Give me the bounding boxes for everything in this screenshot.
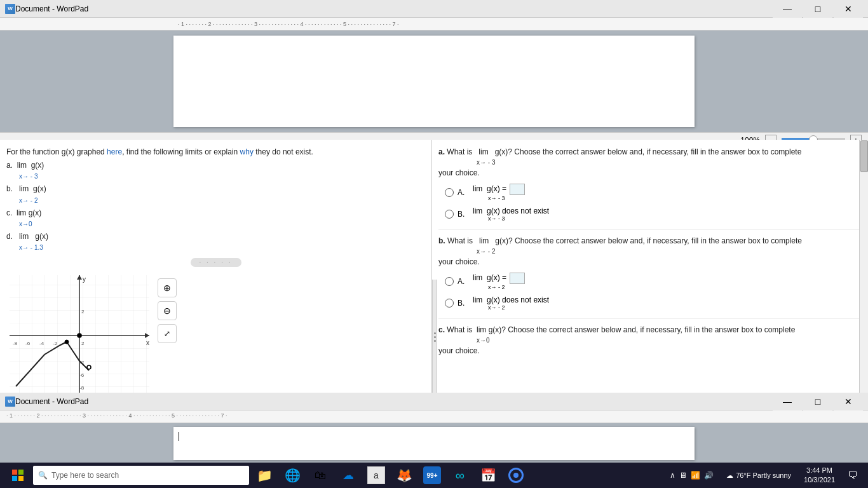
svg-text:-6: -6: [25, 341, 31, 346]
svg-text:-2: -2: [53, 341, 58, 346]
window-controls-top: — □ ✕: [773, 0, 863, 18]
left-panel: For the function g(x) graphed here, find…: [0, 140, 432, 394]
taskbar-app-a[interactable]: a: [363, 463, 389, 488]
close-button-bottom[interactable]: ✕: [834, 393, 863, 410]
network-icon[interactable]: 🖥: [679, 471, 687, 480]
taskbar-edge[interactable]: 🌐: [280, 463, 305, 488]
start-icon-green: [18, 470, 24, 475]
weather-text: 76°F Partly sunny: [736, 471, 791, 479]
search-bar[interactable]: 🔍 Type here to search: [33, 466, 249, 485]
option-a1[interactable]: A. lim g(x) = x→ - 3: [445, 184, 862, 201]
question-c-header: c. What is lim g(x)? Choose the correct …: [438, 324, 862, 356]
wordpad-top-window: W Document - WordPad — □ ✕ · 1 · · · · ·…: [0, 0, 868, 140]
window-title-top: Document - WordPad: [15, 4, 773, 13]
horizontal-drag-handle[interactable]: · · · · ·: [191, 258, 241, 267]
svg-text:2: 2: [81, 309, 85, 315]
part-d-label: d. lim g(x): [6, 232, 48, 241]
radio-a2[interactable]: [445, 210, 454, 219]
svg-text:2: 2: [81, 341, 85, 346]
taskbar-onedrive[interactable]: ☁: [336, 463, 361, 488]
question-b-text: b. What is lim g(x)? Choose the correct …: [438, 236, 802, 245]
minimize-button-top[interactable]: —: [773, 0, 802, 18]
option-a2[interactable]: B. lim g(x) does not exist x→ - 3: [445, 207, 862, 222]
taskbar-infinity[interactable]: ∞: [447, 463, 473, 488]
badge-text: 99+: [427, 472, 438, 479]
taskbar-store[interactable]: 🛍: [308, 463, 333, 488]
question-a-followup: your choice.: [438, 167, 862, 179]
search-icon: 🔍: [38, 471, 48, 480]
window-controls-bottom: — □ ✕: [773, 393, 863, 410]
part-b-sub: x→ - 2: [19, 196, 425, 206]
close-button-top[interactable]: ✕: [834, 0, 863, 18]
part-c-sub: x→0: [19, 219, 425, 229]
maximize-button-top[interactable]: □: [803, 0, 832, 18]
doc-page-top[interactable]: [173, 36, 695, 127]
option-a1-math: lim g(x) = x→ - 3: [473, 184, 525, 201]
calendar-icon: 📅: [480, 468, 496, 483]
doc-area-bottom: [0, 423, 868, 464]
onedrive-icon: ☁: [342, 468, 354, 482]
question-b-header: b. What is lim g(x)? Choose the correct …: [438, 235, 862, 268]
weather-display[interactable]: ☁ 76°F Partly sunny: [721, 471, 796, 480]
doc-area-top: [0, 30, 868, 132]
doc-page-bottom[interactable]: [173, 427, 695, 460]
zoom-in-graph-button[interactable]: ⊕: [158, 278, 177, 297]
graph-container: y x -8 -6 -4 -2 2 2 -2 -6 -8: [6, 272, 425, 394]
graph-wrapper: y x -8 -6 -4 -2 2 2 -2 -6 -8: [6, 272, 153, 394]
system-icons: ∧ 🖥 📶 🔊: [665, 471, 719, 480]
part-a: a. lim g(x) x→ - 3: [6, 159, 425, 182]
svg-text:-8: -8: [79, 385, 85, 391]
taskbar-file-explorer[interactable]: 📁: [252, 463, 277, 488]
svg-point-17: [78, 334, 81, 337]
part-c-label: c. lim g(x): [6, 208, 41, 217]
option-b2-label: B.: [458, 299, 469, 308]
svg-text:-6: -6: [79, 372, 85, 378]
part-b: b. lim g(x) x→ - 2: [6, 183, 425, 205]
zoom-out-graph-button[interactable]: ⊖: [158, 301, 177, 320]
answer-box-b1[interactable]: [510, 273, 525, 284]
chevron-up-icon[interactable]: ∧: [670, 471, 675, 480]
option-b2[interactable]: B. lim g(x) does not exist x→ - 2: [445, 295, 862, 311]
question-b-followup: your choice.: [438, 256, 862, 268]
weather-icon: ☁: [726, 471, 733, 480]
radio-a1[interactable]: [445, 188, 454, 197]
radio-b2[interactable]: [445, 299, 454, 308]
right-scrollbar[interactable]: [859, 140, 868, 394]
part-a-sub: x→ - 3: [19, 172, 425, 182]
store-icon: 🛍: [315, 469, 326, 482]
taskbar-calendar[interactable]: 📅: [475, 463, 501, 488]
problem-intro: For the function g(x) graphed here, find…: [6, 146, 425, 253]
question-c-followup: your choice.: [438, 345, 862, 356]
notification-button[interactable]: 🗨: [843, 463, 863, 488]
part-d-sub: x→ - 1.3: [19, 243, 425, 253]
notification-icon: 🗨: [848, 470, 858, 481]
taskbar-firefox[interactable]: 🦊: [391, 463, 417, 488]
start-button[interactable]: [5, 463, 31, 488]
scrollbar-thumb[interactable]: [860, 140, 868, 172]
part-d: d. lim g(x) x→ - 1.3: [6, 231, 425, 253]
option-b1[interactable]: A. lim g(x) = x→ - 2: [445, 273, 862, 290]
app-a-icon: a: [367, 466, 385, 484]
answer-box-a1[interactable]: [510, 184, 525, 195]
question-a-sub: x→ - 3: [477, 158, 862, 167]
firefox-icon: 🦊: [397, 468, 412, 483]
radio-b1[interactable]: [445, 277, 454, 286]
wifi-icon[interactable]: 📶: [691, 471, 700, 480]
part-a-label: a. lim g(x): [6, 161, 44, 170]
datetime-display[interactable]: 3:44 PM 10/3/2021: [799, 466, 840, 485]
ruler-top: · 1 · · · · · · · 2 · · · · · · · · · · …: [0, 18, 868, 30]
download-manager-icon: 99+: [423, 466, 441, 484]
file-explorer-icon: 📁: [257, 468, 273, 483]
maximize-button-bottom[interactable]: □: [803, 393, 832, 410]
main-content-area: For the function g(x) graphed here, find…: [0, 140, 868, 394]
wordpad-bottom-window: W Document - WordPad — □ ✕ · 1 · · · · ·…: [0, 393, 868, 464]
minimize-button-bottom[interactable]: —: [773, 393, 802, 410]
time-display: 3:44 PM: [806, 466, 832, 475]
title-bar-top: W Document - WordPad — □ ✕: [0, 0, 868, 18]
taskbar-chrome[interactable]: [503, 463, 529, 488]
svg-text:-8: -8: [13, 341, 18, 346]
svg-point-16: [65, 340, 69, 344]
expand-graph-button[interactable]: ⤢: [158, 324, 177, 343]
volume-icon[interactable]: 🔊: [704, 471, 714, 480]
taskbar-download-manager[interactable]: 99+: [419, 463, 445, 488]
